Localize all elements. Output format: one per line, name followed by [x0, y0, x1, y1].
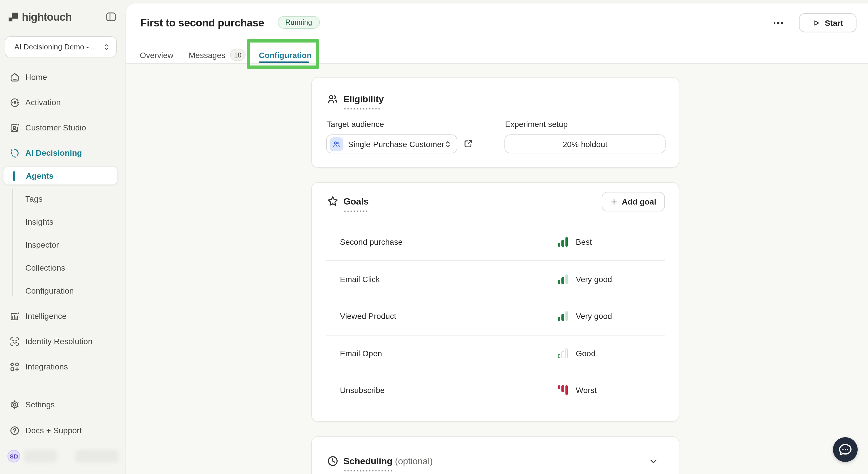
bar-rating-icon	[558, 385, 568, 395]
sidebar-item-label: Settings	[25, 400, 55, 409]
dotted-underline	[343, 470, 394, 472]
add-goal-label: Add goal	[622, 197, 656, 206]
sidebar-item-label: Collections	[25, 263, 65, 272]
sidebar-item-label: Identity Resolution	[25, 337, 92, 346]
goals-card: Goals Add goal Second purchase Best Emai…	[311, 182, 679, 422]
users-icon	[333, 140, 341, 148]
tab-label: Configuration	[259, 50, 312, 60]
tab-overview[interactable]: Overview	[140, 47, 174, 63]
dotted-underline	[343, 108, 381, 110]
goal-row: Viewed Product Very good	[312, 298, 680, 335]
sidebar-item-insights[interactable]: Insights	[0, 210, 126, 233]
sidebar-item-customer-studio[interactable]: Customer Studio	[0, 115, 126, 140]
bar-rating-icon	[558, 237, 568, 247]
chevron-down-icon[interactable]	[648, 456, 659, 467]
integrations-icon	[9, 361, 20, 372]
goal-label: Viewed Product	[340, 312, 396, 321]
chat-bubble-icon	[838, 442, 853, 458]
messages-count-badge: 10	[230, 49, 246, 61]
sidebar-item-tags[interactable]: Tags	[0, 187, 126, 210]
goal-rating: Very good	[576, 275, 612, 284]
sidebar-item-label: Integrations	[25, 362, 68, 371]
tab-label: Messages	[189, 50, 225, 60]
start-button-label: Start	[825, 18, 843, 27]
sidebar-item-collections[interactable]: Collections	[0, 256, 126, 279]
external-link-icon[interactable]	[463, 138, 473, 149]
redacted-user-name	[24, 450, 57, 463]
sidebar-item-label: Agents	[26, 171, 54, 180]
goal-rating: Best	[576, 238, 592, 247]
chat-support-button[interactable]	[833, 437, 858, 462]
plus-icon	[610, 198, 618, 205]
target-audience-select[interactable]: Single-Purchase Customers	[326, 134, 457, 154]
sidebar-item-home[interactable]: Home	[0, 64, 126, 90]
target-audience-label: Target audience	[327, 120, 384, 129]
sidebar-item-settings[interactable]: Settings	[0, 392, 126, 417]
sidebar-item-docs-support[interactable]: Docs + Support	[0, 418, 126, 443]
scheduling-heading: Scheduling (optional)	[343, 456, 433, 467]
hightouch-logo-icon	[8, 12, 19, 23]
goals-heading: Goals	[343, 197, 369, 207]
sidebar-item-configuration[interactable]: Configuration	[0, 279, 126, 302]
sidebar-collapse-icon[interactable]	[105, 11, 117, 23]
logo-text: hightouch	[22, 11, 72, 24]
sidebar-item-activation[interactable]: Activation	[0, 90, 126, 115]
customer-studio-icon	[9, 122, 20, 133]
tab-configuration[interactable]: Configuration	[259, 47, 312, 63]
goal-label: Second purchase	[340, 238, 403, 247]
dotted-underline	[343, 210, 369, 212]
help-icon	[9, 425, 20, 436]
more-menu-button[interactable]	[770, 16, 786, 30]
sidebar-item-integrations[interactable]: Integrations	[0, 354, 126, 379]
eligibility-heading: Eligibility	[343, 94, 384, 105]
goal-rating: Good	[576, 349, 596, 358]
sidebar-item-label: Configuration	[25, 286, 74, 295]
target-audience-value: Single-Purchase Customers	[348, 139, 443, 148]
sidebar-item-label: Insights	[25, 217, 54, 226]
configuration-content: Eligibility Target audience Experiment s…	[126, 64, 868, 474]
play-icon	[812, 19, 820, 27]
bar-rating-icon	[558, 274, 568, 284]
chevron-updown-icon	[102, 42, 111, 52]
ellipsis-icon	[773, 22, 775, 24]
sidebar: hightouch AI Decisioning Demo - ... Home	[0, 0, 126, 474]
goal-row: Unsubscribe Worst	[312, 372, 680, 409]
tab-messages[interactable]: Messages	[189, 47, 225, 63]
holdout-value: 20% holdout	[563, 139, 608, 148]
scheduling-title: Scheduling	[343, 456, 392, 466]
goal-rating: Very good	[576, 312, 612, 321]
workspace-selector[interactable]: AI Decisioning Demo - ...	[5, 36, 117, 58]
identity-resolution-icon	[9, 336, 20, 347]
clock-icon	[327, 455, 339, 467]
goal-row: Email Click Very good	[312, 261, 680, 298]
ellipsis-icon	[781, 22, 783, 24]
app-root: hightouch AI Decisioning Demo - ... Home	[0, 0, 868, 474]
avatar[interactable]: SD	[7, 450, 20, 463]
ai-decisioning-icon	[9, 147, 20, 158]
settings-icon	[9, 399, 20, 410]
sidebar-item-agents[interactable]: Agents	[3, 166, 118, 185]
sidebar-item-label: Home	[25, 72, 47, 81]
goal-label: Email Open	[340, 349, 382, 358]
experiment-setup-control[interactable]: 20% holdout	[504, 134, 665, 154]
add-goal-button[interactable]: Add goal	[602, 192, 665, 211]
intelligence-icon	[9, 310, 20, 321]
sidebar-item-ai-decisioning[interactable]: AI Decisioning	[0, 140, 126, 166]
sidebar-item-identity-resolution[interactable]: Identity Resolution	[0, 329, 126, 354]
sidebar-item-intelligence[interactable]: Intelligence	[0, 303, 126, 329]
user-account[interactable]: SD	[0, 447, 126, 467]
sidebar-item-inspector[interactable]: Inspector	[0, 233, 126, 256]
start-button[interactable]: Start	[799, 13, 857, 32]
sidebar-item-label: Tags	[25, 194, 42, 203]
goal-rating: Worst	[576, 386, 597, 395]
users-icon	[327, 93, 339, 105]
active-indicator	[13, 171, 15, 181]
eligibility-card: Eligibility Target audience Experiment s…	[311, 77, 679, 168]
star-icon	[327, 195, 339, 207]
bar-rating-icon	[558, 311, 568, 321]
status-badge: Running	[278, 16, 319, 29]
activation-icon	[9, 97, 20, 108]
sidebar-item-label: Intelligence	[25, 311, 67, 320]
home-icon	[9, 71, 20, 82]
chevron-updown-icon	[443, 139, 452, 148]
